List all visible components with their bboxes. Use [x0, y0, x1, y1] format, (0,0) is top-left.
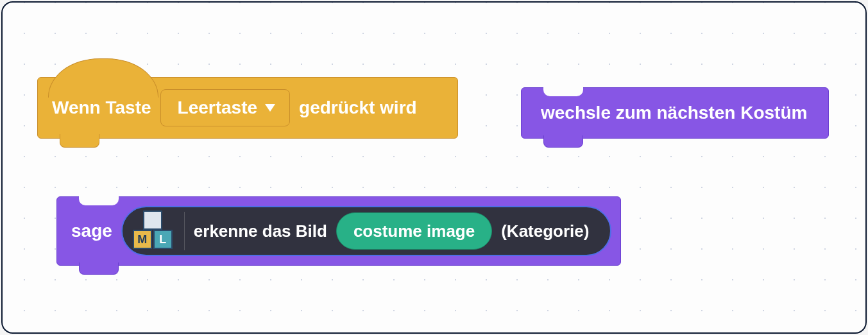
ml-reporter-suffix: (Kategorie): [501, 221, 589, 241]
block-notch: [79, 196, 119, 205]
event-block-when-key-pressed[interactable]: Wenn Taste Leertaste gedrückt wird: [37, 77, 458, 139]
event-block-prefix: Wenn Taste: [52, 98, 151, 118]
ml-reporter-input-value: costume image: [353, 221, 475, 241]
ml-blocks-icon: M L: [130, 212, 185, 250]
ml-reporter-input-slot[interactable]: costume image: [336, 212, 492, 250]
event-block-suffix: gedrückt wird: [299, 98, 417, 118]
looks-block-next-costume[interactable]: wechsle zum nächsten Kostüm: [521, 87, 829, 139]
key-dropdown-value: Leertaste: [178, 98, 258, 118]
chevron-down-icon: [265, 104, 275, 112]
ml-reporter-recognise-image[interactable]: M L erkenne das Bild costume image (Kate…: [121, 206, 611, 256]
block-notch: [543, 87, 583, 96]
ml-reporter-prefix: erkenne das Bild: [194, 221, 327, 241]
next-costume-label: wechsle zum nächsten Kostüm: [541, 103, 807, 123]
looks-block-say[interactable]: sage M L erkenne das Bild costume image …: [56, 196, 621, 266]
scratch-workspace[interactable]: Wenn Taste Leertaste gedrückt wird wechs…: [1, 1, 867, 334]
key-dropdown[interactable]: Leertaste: [160, 89, 291, 126]
say-label: sage: [71, 221, 112, 241]
